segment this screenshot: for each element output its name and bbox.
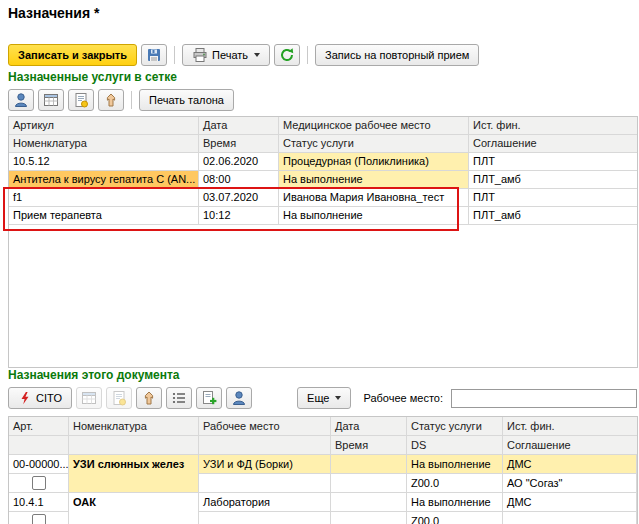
cell-agreement[interactable]: ПЛТ_амб [469,207,637,225]
column-header: Ист. фин. [469,117,637,135]
services-table-header-row1: Артикул Дата Медицинское рабочее место И… [9,117,637,135]
cell-fin[interactable]: ПЛТ [469,153,637,171]
services-table-header-row2: Номенклатура Время Статус услуги Соглаше… [9,135,637,153]
column-header: Дата [331,417,407,436]
cell-agreement[interactable] [503,512,637,524]
cell-article[interactable]: f1 [9,189,199,207]
column-header: Номенклатура [69,417,199,436]
document-star-icon [73,92,89,108]
cito-button-label: CITO [36,392,62,404]
hand-icon [103,92,119,108]
cell-status[interactable]: На выполнение [407,455,503,474]
cell-date[interactable] [331,493,407,512]
cell-nomenclature[interactable]: УЗИ слюнных желез [69,455,199,493]
row-checkbox[interactable] [32,476,46,490]
cell-fin[interactable]: ПЛТ [469,189,637,207]
printer-icon [192,47,208,63]
cell-time[interactable]: 08:00 [199,171,279,189]
column-header: Медицинское рабочее место [279,117,469,135]
cell-status[interactable]: На выполнение [279,207,469,225]
cell-workplace[interactable]: УЗИ и ФД (Борки) [199,455,331,474]
column-header: Дата [199,117,279,135]
more-button[interactable]: Еще [297,387,351,409]
column-header: Арт. [9,417,69,436]
save-close-button[interactable]: Записать и закрыть [8,44,137,66]
cell-nomenclature[interactable]: Антитела к вирусу гепатита С (AN... [9,171,199,189]
cell-status[interactable]: На выполнение [279,171,469,189]
main-toolbar: Записать и закрыть Печать Запись на повт… [8,42,637,68]
column-header [199,436,331,455]
cell-fin[interactable]: ДМС [503,493,637,512]
cell-agreement[interactable]: АО "Согаз" [503,474,637,493]
column-header: Статус услуги [279,135,469,153]
cell-date[interactable] [331,455,407,474]
column-header: Ист. фин. [503,417,637,436]
print-button[interactable]: Печать [182,44,270,66]
cell-fin[interactable]: ДМС [503,455,637,474]
appointments-window: Назначения * Записать и закрыть Печать З… [0,0,639,524]
hand-icon [141,390,157,406]
cell-ds[interactable]: Z00.0 [407,512,503,524]
document-settings-button[interactable] [68,89,94,111]
grid-view-button[interactable] [38,89,64,111]
assign-person-button[interactable] [226,387,252,409]
workplace-input[interactable] [451,389,637,408]
print-ticket-button[interactable]: Печать талона [139,89,234,111]
cell-time[interactable]: 10:12 [199,207,279,225]
cito-icon [18,390,32,406]
list-button[interactable] [166,387,192,409]
cell-nomenclature[interactable]: ОАК [69,493,199,524]
cell-ds[interactable]: Z00.0 [407,474,503,493]
cell-article[interactable]: 00-00000... [9,455,69,474]
cell-workplace-sub[interactable] [199,512,331,524]
add-person-button[interactable] [8,89,34,111]
table-icon [43,92,59,108]
save-button[interactable] [141,44,167,66]
cell-time[interactable] [331,512,407,524]
row-checkbox[interactable] [32,514,46,524]
cell-article[interactable]: 10.5.12 [9,153,199,171]
cell-status[interactable]: На выполнение [407,493,503,512]
cell-workplace[interactable]: Лаборатория [199,493,331,512]
cito-button[interactable]: CITO [8,387,72,409]
column-header: Номенклатура [9,135,199,153]
document-settings-button[interactable] [106,387,132,409]
cell-date[interactable]: 03.07.2020 [199,189,279,207]
refresh-button[interactable] [274,44,300,66]
manual-edit-button[interactable] [98,89,124,111]
cell-workplace[interactable]: Процедурная (Поликлиника) [279,153,469,171]
document-plus-icon [201,390,217,406]
table-row: Антитела к вирусу гепатита С (AN... 08:0… [9,171,637,189]
list-icon [171,390,187,406]
cell-checkbox [9,512,69,524]
cell-article[interactable]: 10.4.1 [9,493,69,512]
document-star-icon [111,390,127,406]
more-button-label: Еще [307,392,329,404]
table-row: 00-00000... УЗИ слюнных желез УЗИ и ФД (… [9,455,637,493]
cell-date[interactable]: 02.06.2020 [199,153,279,171]
grid-view-button[interactable] [76,387,102,409]
add-document-button[interactable] [196,387,222,409]
table-empty-area [9,225,637,331]
column-header: Артикул [9,117,199,135]
cell-workplace-sub[interactable] [199,474,331,493]
cell-agreement[interactable]: ПЛТ_амб [469,171,637,189]
person-icon [231,390,247,406]
repeat-appointment-button[interactable]: Запись на повторный прием [315,44,479,66]
cell-nomenclature[interactable]: Прием терапевта [9,207,199,225]
table-row: Прием терапевта 10:12 На выполнение ПЛТ_… [9,207,637,225]
table-icon [81,390,97,406]
doc-section-title: Назначения этого документа [8,368,180,382]
manual-edit-button[interactable] [136,387,162,409]
chevron-down-icon [335,396,341,400]
column-header: Соглашение [469,135,637,153]
cell-time[interactable] [331,474,407,493]
cell-workplace[interactable]: Иванова Мария Ивановна_тест [279,189,469,207]
page-title: Назначения * [8,5,99,21]
services-section-title: Назначенные услуги в сетке [8,70,177,84]
table-row: 10.5.12 02.06.2020 Процедурная (Поликлин… [9,153,637,171]
toolbar-separator [174,46,175,64]
column-header: DS [407,436,503,455]
table-row: 10.4.1 ОАК Лаборатория На выполнение Z00… [9,493,637,524]
column-header: Время [331,436,407,455]
